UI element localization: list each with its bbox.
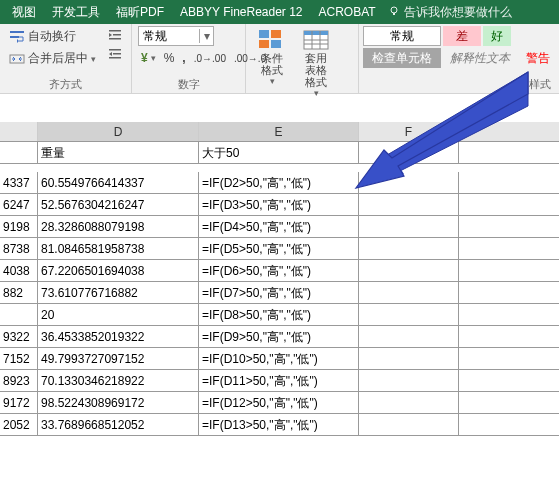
style-good-button[interactable]: 好 bbox=[483, 26, 511, 46]
cell[interactable]: 4038 bbox=[0, 260, 38, 281]
cell[interactable] bbox=[0, 142, 38, 163]
indent-dec-button[interactable] bbox=[105, 45, 125, 63]
cell[interactable]: =IF(D10>50,"高","低") bbox=[199, 348, 359, 369]
cell[interactable]: 9322 bbox=[0, 326, 38, 347]
style-normal-button[interactable]: 常规 bbox=[363, 26, 441, 46]
comma-button[interactable]: , bbox=[179, 49, 188, 67]
svg-rect-11 bbox=[259, 30, 269, 38]
cell[interactable]: 33.7689668512052 bbox=[38, 414, 199, 435]
cell[interactable]: 6247 bbox=[0, 194, 38, 215]
currency-icon: ¥ bbox=[141, 51, 148, 65]
table-row: 892370.1330346218922=IF(D11>50,"高","低") bbox=[0, 370, 559, 392]
cell[interactable]: 重量 bbox=[38, 142, 199, 163]
svg-rect-10 bbox=[109, 57, 121, 59]
tab-view[interactable]: 视图 bbox=[4, 0, 44, 24]
cell[interactable]: =IF(D5>50,"高","低") bbox=[199, 238, 359, 259]
cell[interactable]: =IF(D6>50,"高","低") bbox=[199, 260, 359, 281]
chevron-down-icon: ▾ bbox=[199, 29, 213, 43]
cell[interactable] bbox=[359, 326, 459, 347]
cell[interactable]: 49.7993727097152 bbox=[38, 348, 199, 369]
cell[interactable] bbox=[359, 370, 459, 391]
indent-inc-button[interactable] bbox=[105, 26, 125, 44]
comma-icon: , bbox=[182, 51, 185, 65]
cell[interactable]: 8738 bbox=[0, 238, 38, 259]
cell[interactable]: 2052 bbox=[0, 414, 38, 435]
cell[interactable] bbox=[359, 392, 459, 413]
col-header-d[interactable]: D bbox=[38, 122, 199, 141]
cell[interactable]: 882 bbox=[0, 282, 38, 303]
tab-abbyy[interactable]: ABBYY FineReader 12 bbox=[172, 0, 311, 24]
ribbon-body: 自动换行 合并后居中 ▾ 齐方式 bbox=[0, 24, 559, 94]
styles-group-label: 样式 bbox=[363, 77, 557, 94]
cell[interactable] bbox=[359, 304, 459, 325]
cell[interactable]: 7152 bbox=[0, 348, 38, 369]
cell[interactable]: 36.4533852019322 bbox=[38, 326, 199, 347]
cell[interactable] bbox=[359, 348, 459, 369]
cell[interactable]: =IF(D12>50,"高","低") bbox=[199, 392, 359, 413]
cell[interactable]: 4337 bbox=[0, 172, 38, 193]
number-format-combo[interactable]: 常规 ▾ bbox=[138, 26, 214, 46]
cell[interactable]: =IF(D2>50,"高","低") bbox=[199, 172, 359, 193]
cell[interactable]: 81.0846581958738 bbox=[38, 238, 199, 259]
cell[interactable]: 67.2206501694038 bbox=[38, 260, 199, 281]
percent-button[interactable]: % bbox=[161, 49, 178, 67]
tell-me-box[interactable]: 告诉我你想要做什么 bbox=[388, 4, 512, 21]
align-group-label: 齐方式 bbox=[6, 77, 125, 94]
currency-button[interactable]: ¥▾ bbox=[138, 49, 159, 67]
cell[interactable]: 98.5224308969172 bbox=[38, 392, 199, 413]
cell[interactable]: =IF(D8>50,"高","低") bbox=[199, 304, 359, 325]
cell[interactable]: 大于50 bbox=[199, 142, 359, 163]
cell[interactable]: 73.610776716882 bbox=[38, 282, 199, 303]
table-header-row: 重量 大于50 bbox=[0, 142, 559, 164]
cell[interactable] bbox=[359, 414, 459, 435]
style-check-button[interactable]: 检查单元格 bbox=[363, 48, 441, 68]
number-group-label: 数字 bbox=[138, 77, 239, 94]
cell[interactable]: =IF(D7>50,"高","低") bbox=[199, 282, 359, 303]
wrap-text-button[interactable]: 自动换行 bbox=[6, 26, 99, 47]
style-explain-button[interactable]: 解释性文本 bbox=[443, 48, 517, 68]
cell[interactable] bbox=[359, 260, 459, 281]
conditional-format-button[interactable]: 条件格式 ▾ bbox=[252, 26, 292, 88]
cell[interactable] bbox=[359, 216, 459, 237]
svg-rect-1 bbox=[393, 13, 395, 15]
inc-decimal-icon: .0→.00 bbox=[194, 53, 226, 64]
tab-acrobat[interactable]: ACROBAT bbox=[311, 0, 384, 24]
cell[interactable] bbox=[0, 304, 38, 325]
cell[interactable]: =IF(D13>50,"高","低") bbox=[199, 414, 359, 435]
column-headers: D E F bbox=[0, 122, 559, 142]
cell[interactable]: 9198 bbox=[0, 216, 38, 237]
group-styles: 常规 差 好 检查单元格 解释性文本 警告 样式 bbox=[358, 24, 559, 94]
cell[interactable]: 70.1330346218922 bbox=[38, 370, 199, 391]
tab-foxit[interactable]: 福昕PDF bbox=[108, 0, 172, 24]
cell[interactable] bbox=[359, 172, 459, 193]
table-format-button[interactable]: 套用 表格格式 ▾ bbox=[296, 26, 336, 100]
cell[interactable]: =IF(D9>50,"高","低") bbox=[199, 326, 359, 347]
cell[interactable]: 52.5676304216247 bbox=[38, 194, 199, 215]
style-bad-button[interactable]: 差 bbox=[443, 26, 481, 46]
table-row: 715249.7993727097152=IF(D10>50,"高","低") bbox=[0, 348, 559, 370]
svg-rect-5 bbox=[109, 30, 121, 32]
cell[interactable] bbox=[359, 282, 459, 303]
tab-dev[interactable]: 开发工具 bbox=[44, 0, 108, 24]
cell[interactable]: 20 bbox=[38, 304, 199, 325]
cell[interactable]: 60.5549766414337 bbox=[38, 172, 199, 193]
style-warn-button[interactable]: 警告 bbox=[519, 48, 557, 68]
cell[interactable] bbox=[359, 142, 459, 163]
table-row: 20=IF(D8>50,"高","低") bbox=[0, 304, 559, 326]
cell[interactable] bbox=[359, 238, 459, 259]
cell[interactable]: 8923 bbox=[0, 370, 38, 391]
cell[interactable] bbox=[359, 194, 459, 215]
table-row: 205233.7689668512052=IF(D13>50,"高","低") bbox=[0, 414, 559, 436]
cell[interactable]: =IF(D4>50,"高","低") bbox=[199, 216, 359, 237]
cell[interactable]: =IF(D3>50,"高","低") bbox=[199, 194, 359, 215]
inc-decimal-button[interactable]: .0→.00 bbox=[191, 49, 229, 67]
col-header-e[interactable]: E bbox=[199, 122, 359, 141]
worksheet[interactable]: D E F 重量 大于50 433760.5549766414337=IF(D2… bbox=[0, 122, 559, 436]
col-header-f[interactable]: F bbox=[359, 122, 459, 141]
svg-rect-2 bbox=[10, 31, 24, 33]
cell[interactable]: 28.3286088079198 bbox=[38, 216, 199, 237]
merge-center-button[interactable]: 合并后居中 ▾ bbox=[6, 48, 99, 69]
col-header-blank[interactable] bbox=[0, 122, 38, 141]
cell[interactable]: 9172 bbox=[0, 392, 38, 413]
cell[interactable]: =IF(D11>50,"高","低") bbox=[199, 370, 359, 391]
